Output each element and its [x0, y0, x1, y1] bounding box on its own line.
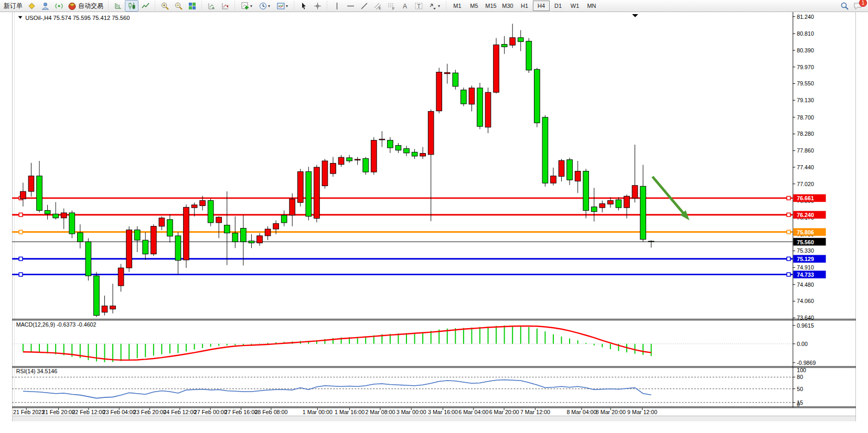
search-icon[interactable]: [838, 0, 851, 12]
candle-body: [290, 199, 295, 215]
candle-body: [28, 176, 34, 191]
y-axis-label: 81.240: [797, 14, 814, 20]
bar-chart-icon[interactable]: [111, 0, 125, 12]
candle-body: [444, 72, 450, 73]
candle-body: [510, 38, 516, 45]
candle-body: [371, 140, 377, 172]
x-axis-label: 3 Mar 00:00: [397, 409, 426, 415]
equidistant-channel-icon[interactable]: E: [371, 0, 384, 12]
candle-body: [184, 207, 189, 260]
tile-windows-icon[interactable]: [185, 0, 199, 12]
price-line-handle[interactable]: [19, 230, 23, 234]
macd-axis-label: 0.9615: [797, 322, 814, 329]
periods-button[interactable]: ▾: [255, 0, 273, 12]
candle-body: [281, 215, 287, 222]
svg-text:T: T: [417, 3, 420, 9]
candle-body: [591, 207, 597, 212]
x-axis-label: 8 Mar 20:00: [596, 409, 626, 415]
candle-body: [208, 201, 213, 223]
candle-body: [273, 223, 279, 229]
text-icon[interactable]: A: [398, 0, 412, 12]
price-line-handle[interactable]: [19, 273, 23, 276]
candle-body: [355, 159, 360, 160]
new-order-button[interactable]: 新订单: [2, 0, 25, 12]
tf-w1[interactable]: W1: [566, 1, 583, 11]
toolbar-separator: [107, 1, 110, 10]
toolbar-separator: [445, 1, 447, 10]
price-label-text: 76.661: [797, 195, 814, 201]
y-axis-label: 74.910: [797, 264, 814, 270]
x-axis-label: 27 Feb 00:00: [194, 409, 227, 415]
signal-icon[interactable]: [52, 0, 66, 12]
x-axis-label: 3 Mar 16:00: [428, 409, 458, 415]
crosshair-icon[interactable]: [310, 0, 324, 12]
candle-body: [648, 241, 654, 242]
price-line-handle[interactable]: [787, 273, 790, 276]
trendline-icon[interactable]: [357, 0, 371, 12]
toolbar-separator: [233, 1, 236, 10]
horizontal-line-icon[interactable]: [344, 0, 357, 12]
zoom-out-icon[interactable]: [172, 0, 185, 12]
x-axis-label: 21 Feb 20:00: [42, 409, 75, 415]
autotrading-button[interactable]: 自动交易: [66, 0, 105, 12]
candle-body: [167, 220, 173, 236]
price-line-handle[interactable]: [787, 257, 790, 261]
price-line-handle[interactable]: [787, 213, 790, 216]
chart-shift-icon[interactable]: [218, 0, 232, 12]
candle-body: [575, 171, 581, 181]
x-axis-label: 8 Mar 04:00: [566, 409, 596, 415]
order-icon[interactable]: [25, 0, 38, 12]
macd-label: MACD(12,26,9) -0.6373 -0.4602: [16, 321, 97, 328]
text-label-icon[interactable]: T: [412, 0, 425, 12]
tf-m30[interactable]: M30: [499, 1, 516, 11]
candle-body: [61, 213, 67, 218]
arrows-tool-button[interactable]: ▾: [425, 0, 443, 12]
tf-m1[interactable]: M1: [449, 1, 466, 11]
candle-body: [77, 233, 83, 242]
price-line-handle[interactable]: [19, 257, 23, 261]
autotrading-icon: [68, 2, 77, 10]
x-axis-label: 24 Feb 12:00: [163, 409, 196, 415]
candle-body: [640, 186, 646, 239]
auto-scroll-icon[interactable]: [205, 0, 218, 12]
x-axis-label: 6 Mar 04:00: [458, 409, 488, 415]
candle-body: [249, 241, 254, 243]
cursor-icon[interactable]: [297, 0, 310, 12]
price-line-handle[interactable]: [787, 230, 790, 234]
chevron-down-icon: ▾: [268, 4, 270, 8]
tf-mn[interactable]: MN: [583, 1, 600, 11]
candle-body: [363, 158, 369, 172]
new-order-label: 新订单: [4, 2, 23, 10]
price-line-handle[interactable]: [19, 213, 23, 216]
tf-d1[interactable]: D1: [550, 1, 566, 11]
tf-h1[interactable]: H1: [516, 1, 533, 11]
candle-body: [191, 205, 197, 208]
tf-m5[interactable]: M5: [466, 1, 483, 11]
profile-icon[interactable]: [38, 0, 52, 12]
candle-body: [159, 218, 165, 226]
chat-icon[interactable]: 1: [851, 0, 865, 12]
candle-body: [37, 176, 42, 211]
rsi-axis-label-min: 0: [797, 401, 800, 407]
new-chart-button[interactable]: ▾: [238, 0, 255, 12]
candle-body: [151, 226, 156, 254]
candle-body: [599, 204, 605, 208]
candle-body: [85, 242, 91, 276]
rsi-axis-label: 80: [797, 374, 803, 380]
window-bottom-strip: [12, 416, 856, 421]
tf-h4[interactable]: H4: [533, 1, 550, 11]
price-label-text: 75.806: [797, 229, 814, 235]
zoom-in-icon[interactable]: [158, 0, 172, 12]
candle-body: [265, 229, 271, 236]
line-chart-icon[interactable]: [138, 0, 152, 12]
templates-button[interactable]: ▾: [273, 0, 291, 12]
svg-text:F: F: [392, 6, 394, 10]
candle-body: [69, 213, 75, 234]
vertical-line-icon[interactable]: [330, 0, 344, 12]
candle-body: [428, 111, 434, 154]
tf-m15[interactable]: M15: [483, 1, 499, 11]
fibonacci-icon[interactable]: F: [384, 0, 398, 12]
candlestick-icon[interactable]: [125, 0, 138, 12]
price-line-handle[interactable]: [787, 197, 790, 200]
candle-body: [216, 217, 222, 223]
